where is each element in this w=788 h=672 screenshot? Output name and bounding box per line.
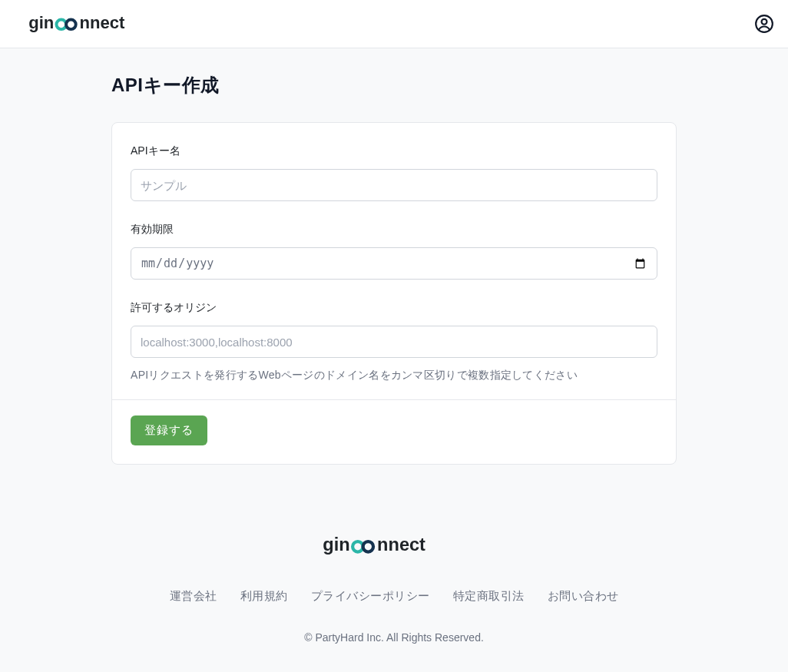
allowed-origins-input[interactable] — [131, 326, 657, 358]
submit-button[interactable]: 登録する — [131, 415, 207, 445]
svg-point-2 — [66, 19, 76, 29]
submit-row: 登録する — [131, 400, 657, 445]
api-key-form-card: APIキー名 有効期限 許可するオリジン APIリクエストを発行するWebページ… — [111, 122, 677, 465]
api-key-name-label: APIキー名 — [131, 144, 657, 158]
app-footer: gin nnect 運営会社 利用規約 プライバシーポリシー 特定商取引法 お問… — [0, 465, 788, 667]
form-group-api-key-name: APIキー名 — [131, 144, 657, 201]
allowed-origins-help: APIリクエストを発行するWebページのドメイン名をカンマ区切りで複数指定してく… — [131, 369, 657, 382]
footer-link-tokushoho[interactable]: 特定商取引法 — [453, 589, 525, 604]
footer-link-company[interactable]: 運営会社 — [170, 589, 217, 604]
svg-text:nnect: nnect — [79, 13, 125, 32]
user-circle-icon — [754, 14, 774, 34]
svg-text:gin: gin — [323, 535, 349, 554]
app-header: gin nnect — [0, 0, 788, 48]
svg-text:gin: gin — [28, 13, 54, 32]
footer-link-terms[interactable]: 利用規約 — [240, 589, 288, 604]
expiry-input[interactable] — [131, 247, 657, 280]
svg-point-5 — [762, 19, 767, 25]
footer-brand-logo[interactable]: gin nnect — [0, 534, 788, 561]
footer-link-privacy[interactable]: プライバシーポリシー — [311, 589, 430, 604]
copyright: © PartyHard Inc. All Rights Reserved. — [0, 631, 788, 644]
brand-logo[interactable]: gin nnect — [14, 12, 177, 35]
api-key-name-input[interactable] — [131, 169, 657, 201]
svg-point-8 — [363, 541, 373, 551]
footer-links: 運営会社 利用規約 プライバシーポリシー 特定商取引法 お問い合わせ — [0, 589, 788, 604]
page-title: APIキー作成 — [111, 73, 677, 98]
svg-text:nnect: nnect — [377, 535, 425, 554]
allowed-origins-label: 許可するオリジン — [131, 301, 657, 315]
form-group-expiry: 有効期限 — [131, 223, 657, 280]
main-content: APIキー作成 APIキー名 有効期限 許可するオリジン APIリクエストを発行… — [0, 48, 788, 465]
account-menu-button[interactable] — [754, 14, 774, 34]
footer-link-contact[interactable]: お問い合わせ — [548, 589, 619, 604]
form-group-allowed-origins: 許可するオリジン APIリクエストを発行するWebページのドメイン名をカンマ区切… — [131, 301, 657, 382]
expiry-label: 有効期限 — [131, 223, 657, 237]
